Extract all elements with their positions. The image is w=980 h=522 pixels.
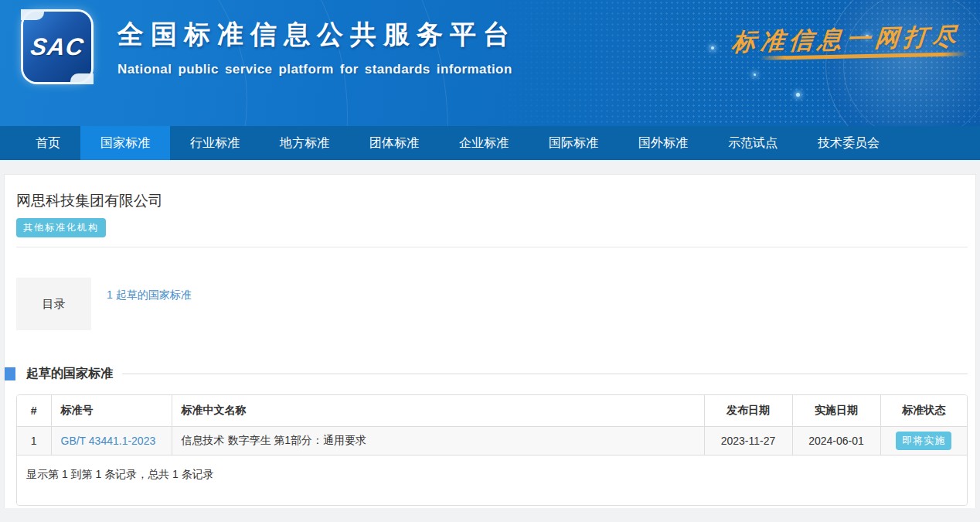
site-subtitle: National public service platform for sta…	[117, 62, 516, 77]
cell-index: 1	[17, 426, 51, 455]
spark-decoration	[796, 93, 800, 97]
table-row: 1 GB/T 43441.1-2023 信息技术 数字孪生 第1部分：通用要求 …	[17, 426, 967, 455]
cell-status: 即将实施	[880, 426, 967, 455]
col-header-index: #	[17, 395, 51, 426]
table-header-row: # 标准号 标准中文名称 发布日期 实施日期 标准状态	[17, 395, 967, 426]
sac-logo-text: SAC	[29, 33, 86, 61]
nav-item-national-standards[interactable]: 国家标准	[80, 126, 170, 160]
main-nav: 首页 国家标准 行业标准 地方标准 团体标准 企业标准 国际标准 国外标准 示范…	[0, 126, 980, 160]
section-line-decoration	[122, 374, 968, 374]
cell-name-cn: 信息技术 数字孪生 第1部分：通用要求	[172, 426, 704, 455]
status-badge: 即将实施	[896, 432, 951, 450]
globe-decoration	[825, 0, 980, 126]
spark-decoration	[754, 73, 756, 76]
col-header-impl-date: 实施日期	[792, 395, 880, 426]
nav-item-international-standards[interactable]: 国际标准	[529, 126, 618, 160]
nav-item-local-standards[interactable]: 地方标准	[260, 126, 349, 160]
standards-table-container: # 标准号 标准中文名称 发布日期 实施日期 标准状态 1 GB/T 43441…	[16, 394, 968, 506]
standards-table: # 标准号 标准中文名称 发布日期 实施日期 标准状态 1 GB/T 43441…	[17, 395, 967, 455]
nav-item-home[interactable]: 首页	[15, 126, 80, 160]
sac-logo[interactable]: SAC	[23, 12, 91, 82]
nav-item-industry-standards[interactable]: 行业标准	[170, 126, 260, 160]
col-header-pub-date: 发布日期	[704, 395, 792, 426]
col-header-status: 标准状态	[880, 395, 967, 426]
org-name: 网思科技集团有限公司	[16, 191, 968, 211]
col-header-name-cn: 标准中文名称	[172, 395, 704, 426]
site-title-block: 全国标准信息公共服务平台 National public service pla…	[117, 17, 516, 77]
toc-body: 1 起草的国家标准	[91, 278, 968, 330]
spark-decoration	[711, 46, 714, 49]
toc-link-drafted-standards[interactable]: 1 起草的国家标准	[107, 288, 192, 301]
divider	[16, 247, 968, 247]
toc-box: 目录 1 起草的国家标准	[16, 278, 968, 330]
table-record-summary: 显示第 1 到第 1 条记录，总共 1 条记录	[17, 455, 967, 505]
nav-item-technical-committees[interactable]: 技术委员会	[798, 126, 900, 160]
header-banner: SAC 全国标准信息公共服务平台 National public service…	[0, 0, 980, 126]
toc-label: 目录	[16, 278, 91, 330]
cell-pub-date: 2023-11-27	[704, 426, 792, 455]
cell-impl-date: 2024-06-01	[792, 426, 880, 455]
site-title: 全国标准信息公共服务平台	[117, 17, 516, 53]
section-marker-decoration	[5, 367, 15, 380]
content-card: 网思科技集团有限公司 其他标准化机构 目录 1 起草的国家标准 起草的国家标准 …	[4, 174, 976, 508]
nav-item-enterprise-standards[interactable]: 企业标准	[439, 126, 529, 160]
section-head: 起草的国家标准	[5, 366, 968, 382]
cell-standard-no: GB/T 43441.1-2023	[51, 426, 172, 455]
section-title: 起草的国家标准	[26, 366, 113, 382]
org-type-badge: 其他标准化机构	[16, 218, 106, 237]
nav-item-group-standards[interactable]: 团体标准	[349, 126, 439, 160]
nav-item-foreign-standards[interactable]: 国外标准	[618, 126, 708, 160]
col-header-standard-no: 标准号	[51, 395, 172, 426]
nav-item-pilot-programs[interactable]: 示范试点	[708, 126, 798, 160]
standard-no-link[interactable]: GB/T 43441.1-2023	[61, 435, 156, 447]
